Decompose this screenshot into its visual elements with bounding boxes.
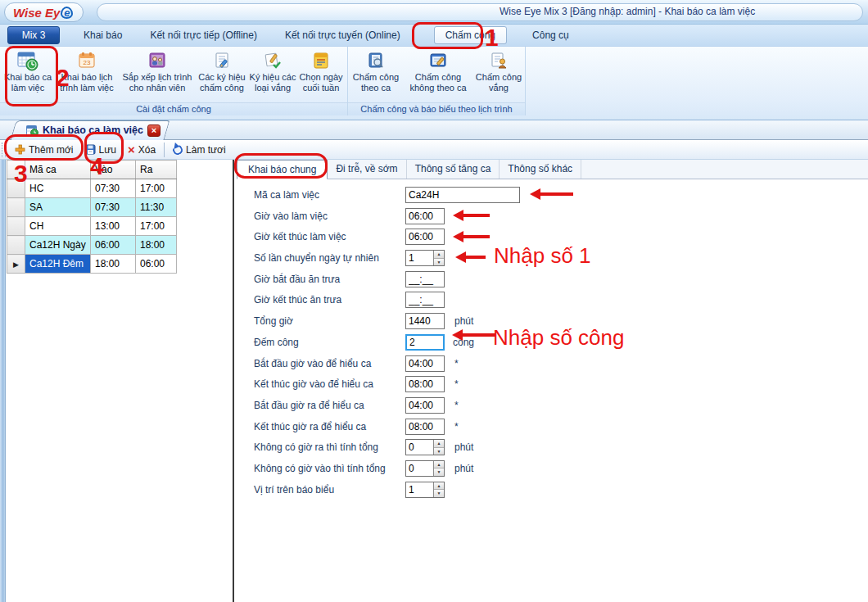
ribbon-button-label: Khai báo lịch trình làm việc bbox=[54, 72, 120, 93]
stepper-input[interactable] bbox=[406, 482, 433, 497]
spin-up-icon[interactable]: ▲ bbox=[434, 251, 444, 259]
pencil-check-icon bbox=[263, 49, 283, 72]
document-tab-row: Khai báo ca làm việc × bbox=[0, 120, 868, 140]
table-row-selected[interactable]: ▶ Ca12H Đêm 18:00 06:00 bbox=[7, 255, 177, 274]
refresh-icon bbox=[171, 143, 184, 156]
left-splitter-strip[interactable] bbox=[0, 160, 6, 602]
spin-up-icon[interactable]: ▲ bbox=[434, 482, 444, 491]
ribbon-button-sap-xep-lich-trinh[interactable]: Sắp xếp lịch trình cho nhân viên bbox=[120, 48, 195, 102]
field-label: Giờ vào làm việc bbox=[254, 210, 405, 222]
plus-icon bbox=[15, 144, 25, 155]
floppy-icon bbox=[85, 144, 96, 155]
ribbon-button-label: Chấm công theo ca bbox=[350, 72, 402, 93]
gio-bat-dau-an-trua-input[interactable] bbox=[405, 271, 445, 287]
close-x-icon[interactable]: × bbox=[147, 124, 160, 137]
tong-gio-input[interactable] bbox=[405, 313, 445, 329]
column-header-ma-ca[interactable]: Mã ca bbox=[25, 161, 91, 179]
ribbon-button-ky-hieu-vang[interactable]: Ký hiệu các loại vắng bbox=[249, 48, 296, 102]
field-label: Kết thúc giờ ra để hiểu ca bbox=[254, 421, 405, 432]
gio-ket-thuc-input[interactable] bbox=[405, 229, 445, 245]
table-row[interactable]: Ca12H Ngày 06:00 18:00 bbox=[7, 236, 177, 255]
gio-ket-thuc-an-trua-input[interactable] bbox=[405, 292, 445, 308]
selected-row-indicator-icon: ▶ bbox=[13, 260, 19, 269]
stepper-input[interactable] bbox=[406, 461, 433, 476]
tab-thong-so-tang-ca[interactable]: Thông số tăng ca bbox=[407, 160, 500, 179]
toolbar-grip[interactable] bbox=[2, 143, 6, 157]
ribbon-button-label: Ký hiệu các loại vắng bbox=[249, 72, 296, 93]
spin-down-icon[interactable]: ▼ bbox=[434, 468, 444, 476]
column-header-vao[interactable]: Vào bbox=[91, 161, 136, 179]
spin-up-icon[interactable]: ▲ bbox=[434, 440, 444, 448]
vi-tri-bao-bieu-stepper[interactable]: ▲▼ bbox=[405, 482, 445, 498]
tab-ket-noi-offline[interactable]: Kết nối trực tiếp (Offline) bbox=[136, 27, 271, 43]
stepper-input[interactable] bbox=[406, 251, 433, 265]
ket-thuc-gio-vao-input[interactable] bbox=[405, 376, 445, 392]
ribbon-button-khai-bao-lich-trinh[interactable]: 23 Khai báo lịch trình làm việc bbox=[54, 48, 120, 102]
table-row[interactable]: CH 13:00 17:00 bbox=[7, 217, 177, 236]
shift-table: Mã ca Vào Ra HC 07:30 17:00 SA 07:30 11:… bbox=[7, 160, 177, 274]
toolbar-separator bbox=[164, 143, 165, 157]
ket-thuc-gio-ra-input[interactable] bbox=[405, 419, 445, 435]
khong-gio-vao-stepper[interactable]: ▲▼ bbox=[405, 460, 445, 477]
field-suffix: * bbox=[454, 400, 459, 411]
dem-cong-input[interactable] bbox=[405, 334, 445, 351]
delete-button[interactable]: × Xóa bbox=[122, 143, 161, 157]
spin-down-icon[interactable]: ▼ bbox=[434, 448, 444, 455]
ribbon-button-ky-hieu-cham-cong[interactable]: Các ký hiệu chấm công bbox=[195, 48, 249, 102]
spin-down-icon[interactable]: ▼ bbox=[434, 490, 444, 497]
document-tab-khai-bao-ca[interactable]: Khai báo ca làm việc × bbox=[18, 120, 167, 140]
add-button[interactable]: Thêm mới bbox=[9, 143, 79, 157]
tab-di-tre-ve-som[interactable]: Đi trễ, về sớm bbox=[328, 160, 406, 179]
refresh-button-label: Làm tươi bbox=[186, 144, 226, 156]
bat-dau-gio-ra-input[interactable] bbox=[405, 397, 445, 414]
ribbon-button-khai-bao-ca[interactable]: Khai báo ca làm việc bbox=[2, 48, 54, 102]
table-row[interactable]: SA 07:30 11:30 bbox=[7, 198, 177, 217]
shift-list-panel: Mã ca Vào Ra HC 07:30 17:00 SA 07:30 11:… bbox=[6, 160, 234, 602]
document-tab-label: Khai báo ca làm việc bbox=[43, 124, 143, 136]
bat-dau-gio-vao-input[interactable] bbox=[405, 355, 445, 372]
ribbon-button-label: Các ký hiệu chấm công bbox=[195, 72, 249, 93]
ribbon-group-cai-dat: Khai báo ca làm việc 23 Khai báo lịch tr… bbox=[0, 47, 348, 115]
tab-khai-bao-chung[interactable]: Khai báo chung bbox=[237, 160, 328, 179]
so-lan-chuyen-ngay-stepper[interactable]: ▲▼ bbox=[405, 250, 445, 266]
field-suffix: phút bbox=[454, 441, 473, 453]
ribbon-button-label: Sắp xếp lịch trình cho nhân viên bbox=[120, 72, 195, 93]
tab-cham-cong[interactable]: Chấm công bbox=[434, 26, 507, 44]
field-label: Vị trí trên báo biểu bbox=[254, 484, 405, 496]
doc-person-icon bbox=[489, 49, 509, 72]
ma-ca-input[interactable] bbox=[405, 187, 520, 203]
ribbon-button-cham-cong-khong-theo-ca[interactable]: Chấm công không theo ca bbox=[402, 48, 474, 102]
stepper-input[interactable] bbox=[406, 440, 433, 455]
ribbon-button-cham-cong-theo-ca[interactable]: Chấm công theo ca bbox=[350, 48, 402, 102]
ribbon-button-chon-cuoi-tuan[interactable]: Chọn ngày cuối tuần bbox=[296, 48, 346, 102]
tab-thong-so-khac[interactable]: Thông số khác bbox=[500, 160, 581, 179]
field-suffix: công bbox=[453, 337, 474, 348]
calendar-clock-icon bbox=[26, 124, 38, 137]
spin-down-icon[interactable]: ▼ bbox=[434, 259, 444, 266]
toolbar: Thêm mới Lưu × Xóa Làm tươi bbox=[0, 140, 868, 160]
save-button[interactable]: Lưu bbox=[79, 143, 122, 157]
ribbon: Khai báo ca làm việc 23 Khai báo lịch tr… bbox=[0, 47, 868, 120]
table-row[interactable]: HC 07:30 17:00 bbox=[7, 179, 177, 198]
column-header-ra[interactable]: Ra bbox=[136, 161, 177, 179]
ribbon-button-cham-cong-vang[interactable]: Chấm công vắng bbox=[474, 48, 523, 102]
form-tab-strip: Khai báo chung Đi trễ, về sớm Thông số t… bbox=[237, 160, 868, 179]
gio-vao-input[interactable] bbox=[405, 208, 445, 224]
field-label: Số lần chuyển ngày tự nhiên bbox=[254, 252, 405, 264]
field-label: Tổng giờ bbox=[254, 315, 405, 327]
calendar-clock-icon bbox=[17, 49, 38, 72]
spin-up-icon[interactable]: ▲ bbox=[434, 461, 444, 469]
tab-ket-noi-online[interactable]: Kết nối trực tuyến (Online) bbox=[271, 27, 414, 43]
tab-khai-bao[interactable]: Khai báo bbox=[70, 27, 136, 43]
field-label: Không có giờ vào thì tính tổng bbox=[254, 463, 405, 474]
field-suffix: * bbox=[454, 421, 459, 432]
tab-cong-cu[interactable]: Công cụ bbox=[518, 27, 583, 43]
ribbon-group-label: Chấm công và báo biểu theo lịch trình bbox=[348, 102, 525, 115]
window-title: Wise Eye Mix 3 [Đăng nhập: admin] - Khai… bbox=[500, 6, 755, 17]
khong-gio-ra-stepper[interactable]: ▲▼ bbox=[405, 439, 445, 455]
field-label: Đếm công bbox=[254, 337, 405, 348]
tab-mix3[interactable]: Mix 3 bbox=[7, 26, 60, 44]
row-header-cell bbox=[7, 161, 25, 179]
ribbon-button-label: Chấm công vắng bbox=[474, 72, 523, 93]
refresh-button[interactable]: Làm tươi bbox=[167, 143, 232, 157]
